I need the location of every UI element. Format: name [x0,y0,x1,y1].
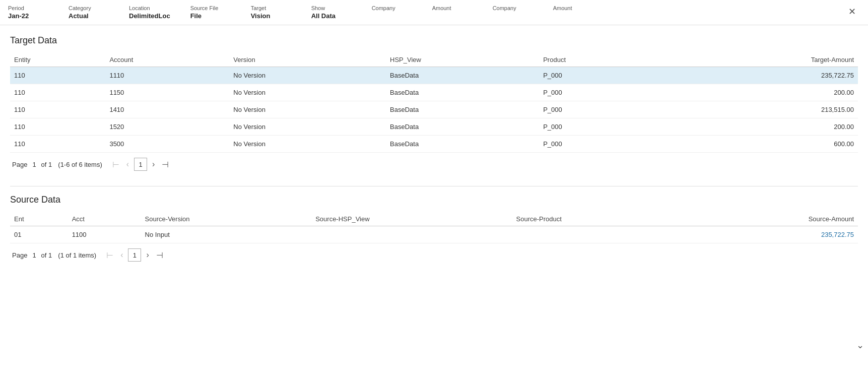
target-cell-entity: 110 [10,136,105,153]
target-section-title: Target Data [10,35,858,46]
target-cell-amount: 213,515.00 [659,101,858,118]
source-col-source_product: Source-Product [512,212,685,226]
target-cell-account: 1110 [105,67,229,84]
source-table-header: EntAcctSource-VersionSource-HSP_ViewSour… [10,212,858,226]
header-label-amount2: Amount [553,5,593,11]
target-prev-page-button[interactable]: ‹ [124,159,131,170]
source-data-section: Source Data EntAcctSource-VersionSource-… [10,186,858,267]
header-label-target: Target [251,5,291,11]
source-pagination: Page 1 of 1 (1 of 1 items) ⊢ ‹ 1 › ⊣ [10,243,858,267]
source-items-label: (1 of 1 items) [58,251,96,259]
target-current-page: 1 [32,161,36,168]
source-section-title: Source Data [10,195,858,205]
target-table-body: 1101110No VersionBaseDataP_000235,722.75… [10,67,858,153]
target-col-account: Account [105,53,229,67]
target-cell-amount: 235,722.75 [659,67,858,84]
header-label-source: Source File [190,5,231,11]
header-item-period: PeriodJan-22 [8,5,48,20]
target-cell-entity: 110 [10,84,105,101]
target-data-section: Target Data EntityAccountVersionHSP_View… [10,35,858,176]
target-cell-version: No Version [229,101,386,118]
target-table: EntityAccountVersionHSP_ViewProductTarge… [10,53,858,153]
target-of-label: of 1 [41,161,52,168]
bottom-chevron-icon: ⌄ [856,340,864,351]
header-label-category: Category [69,5,109,11]
header-label-amount1: Amount [432,5,473,11]
target-cell-version: No Version [229,118,386,136]
target-table-row[interactable]: 1101110No VersionBaseDataP_000235,722.75 [10,67,858,84]
target-page-label: Page [12,161,27,168]
target-cell-version: No Version [229,67,386,84]
source-cell-amount[interactable]: 235,722.75 [685,226,858,243]
target-col-target_amount: Target-Amount [659,53,858,67]
target-table-row[interactable]: 1101150No VersionBaseDataP_000200.00 [10,84,858,101]
target-cell-hsp_view: BaseData [386,136,539,153]
source-table-body: 011100No Input235,722.75 [10,226,858,243]
header-value-source: File [190,12,231,20]
source-last-page-button[interactable]: ⊣ [154,249,165,261]
header-item-amount2: Amount [553,5,593,20]
header-label-show: Show [311,5,352,11]
source-prev-page-button[interactable]: ‹ [118,249,125,261]
target-col-entity: Entity [10,53,105,67]
source-cell-source_hsp_view [311,226,512,243]
target-cell-account: 1150 [105,84,229,101]
source-col-source_hsp_view: Source-HSP_View [311,212,512,226]
source-cell-acct: 1100 [68,226,141,243]
target-next-page-button[interactable]: › [150,159,157,170]
target-table-wrapper: EntityAccountVersionHSP_ViewProductTarge… [10,53,858,153]
source-table-row[interactable]: 011100No Input235,722.75 [10,226,858,243]
header-label-period: Period [8,5,48,11]
header-item-target: TargetVision [251,5,291,20]
source-table: EntAcctSource-VersionSource-HSP_ViewSour… [10,212,858,243]
source-cell-ent: 01 [10,226,68,243]
target-cell-product: P_000 [539,84,658,101]
source-cell-source_version: No Input [141,226,312,243]
target-table-row[interactable]: 1103500No VersionBaseDataP_000600.00 [10,136,858,153]
source-amount-link[interactable]: 235,722.75 [821,231,854,238]
target-col-product: Product [539,53,658,67]
source-current-page: 1 [32,251,36,259]
target-cell-product: P_000 [539,118,658,136]
header-label-company1: Company [372,5,412,11]
header-item-company1: Company [372,5,412,20]
source-next-page-button[interactable]: › [144,249,151,261]
header-item-company2: Company [493,5,533,20]
target-table-header: EntityAccountVersionHSP_ViewProductTarge… [10,53,858,67]
header-value-show: All Data [311,12,352,20]
target-first-page-button[interactable]: ⊢ [110,159,121,170]
target-col-hsp_view: HSP_View [386,53,539,67]
header-item-source: Source FileFile [190,5,231,20]
source-first-page-button[interactable]: ⊢ [104,249,115,261]
target-last-page-button[interactable]: ⊣ [160,159,171,170]
target-cell-amount: 200.00 [659,84,858,101]
target-cell-hsp_view: BaseData [386,84,539,101]
close-button[interactable]: ✕ [844,5,860,18]
source-cell-source_product [512,226,685,243]
target-cell-product: P_000 [539,101,658,118]
source-page-num-display: 1 [128,248,141,262]
target-cell-hsp_view: BaseData [386,101,539,118]
header-label-location: Location [129,5,170,11]
header-item-amount1: Amount [432,5,473,20]
target-cell-account: 3500 [105,136,229,153]
target-table-row[interactable]: 1101520No VersionBaseDataP_000200.00 [10,118,858,136]
target-cell-hsp_view: BaseData [386,118,539,136]
header-bar: PeriodJan-22CategoryActualLocationDelimi… [0,0,868,25]
target-cell-account: 1520 [105,118,229,136]
header-value-location: DelimitedLoc [129,12,170,20]
header-value-category: Actual [69,12,109,20]
target-table-row[interactable]: 1101410No VersionBaseDataP_000213,515.00 [10,101,858,118]
target-cell-entity: 110 [10,67,105,84]
section-divider [10,186,858,186]
target-cell-version: No Version [229,84,386,101]
header-item-show: ShowAll Data [311,5,352,20]
target-cell-product: P_000 [539,67,658,84]
source-col-source_version: Source-Version [141,212,312,226]
target-col-version: Version [229,53,386,67]
source-table-wrapper: EntAcctSource-VersionSource-HSP_ViewSour… [10,212,858,243]
header-item-location: LocationDelimitedLoc [129,5,170,20]
target-cell-version: No Version [229,136,386,153]
target-pagination: Page 1 of 1 (1-6 of 6 items) ⊢ ‹ 1 › ⊣ [10,153,858,176]
target-cell-amount: 200.00 [659,118,858,136]
